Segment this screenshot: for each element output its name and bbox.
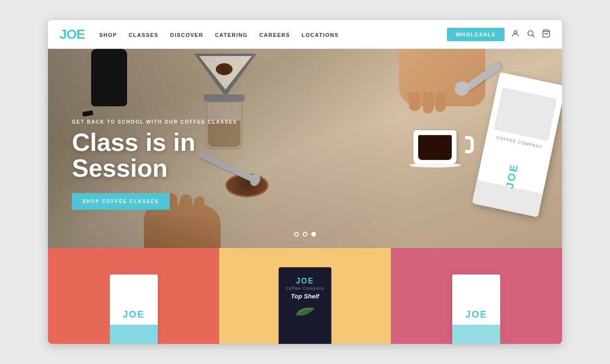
nav-item-discover[interactable]: DISCOVER (170, 30, 203, 39)
nav-link-catering[interactable]: CATERING (215, 32, 248, 38)
product-bag-2: JOE Coffee Company Top Shelf (279, 267, 331, 344)
cart-icon-button[interactable] (542, 29, 551, 40)
bag-2-brand: JOE (296, 277, 314, 285)
hero-cta-button[interactable]: SHOP COFFEE CLASSES (72, 193, 170, 210)
hero-section: JOE COFFEE COMPANY (48, 49, 562, 248)
product-card-2[interactable]: JOE Coffee Company Top Shelf (219, 248, 390, 344)
bag-2-leaf-icon (293, 303, 317, 318)
products-section: JOE JOE Coffee Company Top Shelf (48, 248, 562, 344)
site-logo[interactable]: JOE (59, 27, 85, 42)
product-bag-3: JOE (452, 274, 500, 344)
product-card-3[interactable]: JOE (391, 248, 562, 344)
user-icon (511, 31, 520, 39)
browser-window: JOE SHOP CLASSES DISCOVER CATERING CAREE… (48, 20, 562, 344)
nav-link-shop[interactable]: SHOP (99, 32, 117, 38)
logo-text: JOE (59, 27, 85, 42)
nav-item-careers[interactable]: CAREERS (259, 30, 290, 39)
bag-1-accent (110, 325, 158, 344)
hero-content: GET BACK TO SCHOOL WITH OUR COFFEE CLASS… (72, 119, 237, 210)
cart-icon (542, 31, 551, 39)
bag-3-accent (452, 325, 500, 344)
nav-link-classes[interactable]: CLASSES (129, 32, 158, 38)
bag-3-logo: JOE (465, 309, 487, 320)
hero-title-line2: Session (72, 154, 167, 182)
svg-line-2 (532, 35, 534, 37)
navbar: JOE SHOP CLASSES DISCOVER CATERING CAREE… (48, 20, 562, 49)
user-icon-button[interactable] (511, 29, 520, 40)
bag-2-subtitle: Coffee Company (285, 286, 324, 291)
svg-point-1 (528, 31, 533, 36)
hero-title: Class is in Session (72, 129, 237, 182)
nav-link-discover[interactable]: DISCOVER (170, 32, 203, 38)
nav-item-classes[interactable]: CLASSES (129, 30, 158, 39)
nav-right: WHOLESALE (447, 28, 551, 41)
nav-item-catering[interactable]: CATERING (215, 30, 248, 39)
wholesale-button[interactable]: WHOLESALE (447, 28, 504, 41)
nav-links: SHOP CLASSES DISCOVER CATERING CAREERS L… (99, 30, 447, 39)
nav-item-locations[interactable]: LOCATIONS (302, 30, 339, 39)
bag-2-product-name: Top Shelf (291, 293, 319, 300)
slider-dot-2[interactable] (303, 232, 307, 237)
hero-title-line1: Class is in (72, 128, 195, 156)
svg-point-0 (514, 31, 517, 34)
slider-dot-3[interactable] (311, 232, 316, 237)
slider-dot-1[interactable] (294, 232, 299, 237)
nav-link-locations[interactable]: LOCATIONS (302, 32, 339, 38)
product-card-1[interactable]: JOE (48, 248, 219, 344)
slider-dots (294, 232, 316, 237)
search-icon-button[interactable] (527, 29, 535, 40)
product-bag-1: JOE (110, 274, 158, 344)
search-icon (527, 31, 535, 39)
nav-item-shop[interactable]: SHOP (99, 30, 117, 39)
hero-subtitle: GET BACK TO SCHOOL WITH OUR COFFEE CLASS… (72, 119, 237, 125)
bag-1-logo: JOE (123, 309, 145, 320)
nav-link-careers[interactable]: CAREERS (259, 32, 290, 38)
